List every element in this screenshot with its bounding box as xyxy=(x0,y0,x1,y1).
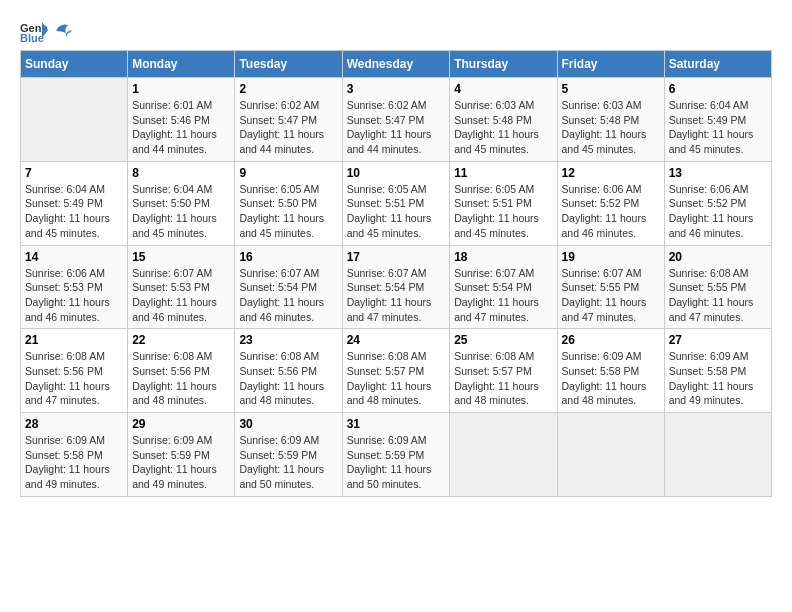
calendar-cell: 4Sunrise: 6:03 AMSunset: 5:48 PMDaylight… xyxy=(450,78,557,162)
day-number: 24 xyxy=(347,333,446,347)
column-header-wednesday: Wednesday xyxy=(342,51,450,78)
column-header-thursday: Thursday xyxy=(450,51,557,78)
calendar-cell: 17Sunrise: 6:07 AMSunset: 5:54 PMDayligh… xyxy=(342,245,450,329)
calendar-cell: 29Sunrise: 6:09 AMSunset: 5:59 PMDayligh… xyxy=(128,413,235,497)
day-number: 16 xyxy=(239,250,337,264)
day-number: 6 xyxy=(669,82,767,96)
calendar-cell: 11Sunrise: 6:05 AMSunset: 5:51 PMDayligh… xyxy=(450,161,557,245)
day-info: Sunrise: 6:05 AMSunset: 5:50 PMDaylight:… xyxy=(239,182,337,241)
day-info: Sunrise: 6:09 AMSunset: 5:59 PMDaylight:… xyxy=(132,433,230,492)
svg-text:Blue: Blue xyxy=(20,32,44,42)
calendar-cell xyxy=(450,413,557,497)
day-number: 10 xyxy=(347,166,446,180)
day-number: 28 xyxy=(25,417,123,431)
day-number: 23 xyxy=(239,333,337,347)
day-number: 29 xyxy=(132,417,230,431)
calendar-cell: 25Sunrise: 6:08 AMSunset: 5:57 PMDayligh… xyxy=(450,329,557,413)
day-info: Sunrise: 6:09 AMSunset: 5:58 PMDaylight:… xyxy=(25,433,123,492)
calendar-cell: 18Sunrise: 6:07 AMSunset: 5:54 PMDayligh… xyxy=(450,245,557,329)
calendar-cell: 10Sunrise: 6:05 AMSunset: 5:51 PMDayligh… xyxy=(342,161,450,245)
day-number: 7 xyxy=(25,166,123,180)
column-header-sunday: Sunday xyxy=(21,51,128,78)
day-number: 22 xyxy=(132,333,230,347)
logo: General Blue xyxy=(20,20,72,42)
calendar-cell: 20Sunrise: 6:08 AMSunset: 5:55 PMDayligh… xyxy=(664,245,771,329)
calendar-cell: 21Sunrise: 6:08 AMSunset: 5:56 PMDayligh… xyxy=(21,329,128,413)
header: General Blue xyxy=(20,20,772,42)
day-number: 30 xyxy=(239,417,337,431)
column-header-saturday: Saturday xyxy=(664,51,771,78)
day-info: Sunrise: 6:08 AMSunset: 5:55 PMDaylight:… xyxy=(669,266,767,325)
calendar-cell: 13Sunrise: 6:06 AMSunset: 5:52 PMDayligh… xyxy=(664,161,771,245)
calendar-cell xyxy=(664,413,771,497)
calendar-cell: 2Sunrise: 6:02 AMSunset: 5:47 PMDaylight… xyxy=(235,78,342,162)
day-number: 11 xyxy=(454,166,552,180)
calendar-cell: 6Sunrise: 6:04 AMSunset: 5:49 PMDaylight… xyxy=(664,78,771,162)
day-info: Sunrise: 6:03 AMSunset: 5:48 PMDaylight:… xyxy=(562,98,660,157)
day-number: 1 xyxy=(132,82,230,96)
calendar-cell: 7Sunrise: 6:04 AMSunset: 5:49 PMDaylight… xyxy=(21,161,128,245)
day-info: Sunrise: 6:08 AMSunset: 5:57 PMDaylight:… xyxy=(454,349,552,408)
day-number: 26 xyxy=(562,333,660,347)
calendar-cell: 23Sunrise: 6:08 AMSunset: 5:56 PMDayligh… xyxy=(235,329,342,413)
day-number: 25 xyxy=(454,333,552,347)
day-info: Sunrise: 6:08 AMSunset: 5:56 PMDaylight:… xyxy=(132,349,230,408)
day-info: Sunrise: 6:06 AMSunset: 5:52 PMDaylight:… xyxy=(669,182,767,241)
day-number: 13 xyxy=(669,166,767,180)
calendar-cell: 8Sunrise: 6:04 AMSunset: 5:50 PMDaylight… xyxy=(128,161,235,245)
calendar-cell: 14Sunrise: 6:06 AMSunset: 5:53 PMDayligh… xyxy=(21,245,128,329)
day-info: Sunrise: 6:09 AMSunset: 5:59 PMDaylight:… xyxy=(239,433,337,492)
calendar-cell: 27Sunrise: 6:09 AMSunset: 5:58 PMDayligh… xyxy=(664,329,771,413)
day-info: Sunrise: 6:07 AMSunset: 5:54 PMDaylight:… xyxy=(347,266,446,325)
day-number: 2 xyxy=(239,82,337,96)
column-header-tuesday: Tuesday xyxy=(235,51,342,78)
day-number: 12 xyxy=(562,166,660,180)
calendar-cell: 15Sunrise: 6:07 AMSunset: 5:53 PMDayligh… xyxy=(128,245,235,329)
calendar-cell: 9Sunrise: 6:05 AMSunset: 5:50 PMDaylight… xyxy=(235,161,342,245)
day-info: Sunrise: 6:06 AMSunset: 5:52 PMDaylight:… xyxy=(562,182,660,241)
day-info: Sunrise: 6:02 AMSunset: 5:47 PMDaylight:… xyxy=(239,98,337,157)
week-row-1: 1Sunrise: 6:01 AMSunset: 5:46 PMDaylight… xyxy=(21,78,772,162)
week-row-2: 7Sunrise: 6:04 AMSunset: 5:49 PMDaylight… xyxy=(21,161,772,245)
day-number: 14 xyxy=(25,250,123,264)
day-number: 31 xyxy=(347,417,446,431)
calendar-cell: 5Sunrise: 6:03 AMSunset: 5:48 PMDaylight… xyxy=(557,78,664,162)
day-info: Sunrise: 6:08 AMSunset: 5:56 PMDaylight:… xyxy=(25,349,123,408)
column-header-monday: Monday xyxy=(128,51,235,78)
calendar-cell: 3Sunrise: 6:02 AMSunset: 5:47 PMDaylight… xyxy=(342,78,450,162)
day-info: Sunrise: 6:05 AMSunset: 5:51 PMDaylight:… xyxy=(347,182,446,241)
day-number: 21 xyxy=(25,333,123,347)
day-number: 5 xyxy=(562,82,660,96)
week-row-5: 28Sunrise: 6:09 AMSunset: 5:58 PMDayligh… xyxy=(21,413,772,497)
day-number: 19 xyxy=(562,250,660,264)
day-info: Sunrise: 6:04 AMSunset: 5:50 PMDaylight:… xyxy=(132,182,230,241)
calendar-cell: 22Sunrise: 6:08 AMSunset: 5:56 PMDayligh… xyxy=(128,329,235,413)
day-info: Sunrise: 6:06 AMSunset: 5:53 PMDaylight:… xyxy=(25,266,123,325)
day-info: Sunrise: 6:08 AMSunset: 5:56 PMDaylight:… xyxy=(239,349,337,408)
calendar-cell: 31Sunrise: 6:09 AMSunset: 5:59 PMDayligh… xyxy=(342,413,450,497)
day-number: 18 xyxy=(454,250,552,264)
day-info: Sunrise: 6:03 AMSunset: 5:48 PMDaylight:… xyxy=(454,98,552,157)
day-info: Sunrise: 6:05 AMSunset: 5:51 PMDaylight:… xyxy=(454,182,552,241)
week-row-3: 14Sunrise: 6:06 AMSunset: 5:53 PMDayligh… xyxy=(21,245,772,329)
day-number: 20 xyxy=(669,250,767,264)
calendar-table: SundayMondayTuesdayWednesdayThursdayFrid… xyxy=(20,50,772,497)
day-number: 8 xyxy=(132,166,230,180)
calendar-cell: 30Sunrise: 6:09 AMSunset: 5:59 PMDayligh… xyxy=(235,413,342,497)
day-info: Sunrise: 6:04 AMSunset: 5:49 PMDaylight:… xyxy=(25,182,123,241)
day-info: Sunrise: 6:08 AMSunset: 5:57 PMDaylight:… xyxy=(347,349,446,408)
day-info: Sunrise: 6:09 AMSunset: 5:58 PMDaylight:… xyxy=(562,349,660,408)
day-info: Sunrise: 6:07 AMSunset: 5:54 PMDaylight:… xyxy=(454,266,552,325)
column-header-friday: Friday xyxy=(557,51,664,78)
day-info: Sunrise: 6:01 AMSunset: 5:46 PMDaylight:… xyxy=(132,98,230,157)
calendar-cell: 24Sunrise: 6:08 AMSunset: 5:57 PMDayligh… xyxy=(342,329,450,413)
day-number: 15 xyxy=(132,250,230,264)
day-number: 17 xyxy=(347,250,446,264)
week-row-4: 21Sunrise: 6:08 AMSunset: 5:56 PMDayligh… xyxy=(21,329,772,413)
calendar-cell: 1Sunrise: 6:01 AMSunset: 5:46 PMDaylight… xyxy=(128,78,235,162)
header-row: SundayMondayTuesdayWednesdayThursdayFrid… xyxy=(21,51,772,78)
calendar-cell: 28Sunrise: 6:09 AMSunset: 5:58 PMDayligh… xyxy=(21,413,128,497)
calendar-cell: 16Sunrise: 6:07 AMSunset: 5:54 PMDayligh… xyxy=(235,245,342,329)
calendar-cell: 12Sunrise: 6:06 AMSunset: 5:52 PMDayligh… xyxy=(557,161,664,245)
logo-bird-icon xyxy=(54,23,72,39)
